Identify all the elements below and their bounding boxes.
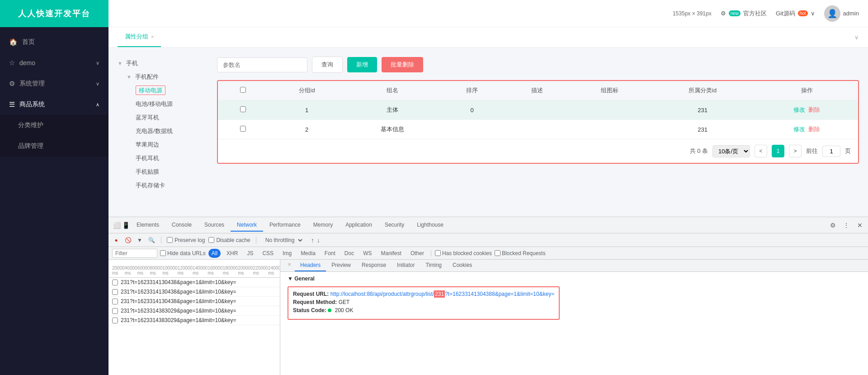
devtools-tab-sources[interactable]: Sources bbox=[198, 219, 231, 232]
tree-node-earphone[interactable]: 手机耳机 bbox=[136, 152, 208, 165]
tree-node-charger[interactable]: 充电器/数据线 bbox=[136, 124, 208, 138]
close-tab-icon[interactable]: × bbox=[151, 34, 154, 39]
subtab-preview[interactable]: Preview bbox=[326, 260, 356, 271]
disable-cache-text: Disable cache bbox=[216, 237, 250, 243]
tree-node-apple[interactable]: 苹果周边 bbox=[136, 138, 208, 152]
tree-node-phone[interactable]: ▼ 手机 bbox=[118, 57, 208, 70]
filter-btn-img[interactable]: Img bbox=[279, 249, 295, 258]
devtools-tab-network[interactable]: Network bbox=[231, 219, 263, 232]
sidebar-item-product[interactable]: ☰ 商品系统 ∧ bbox=[0, 94, 108, 115]
filter-btn-manifest[interactable]: Manifest bbox=[378, 249, 405, 258]
table-th-id: 分组id bbox=[269, 81, 345, 100]
edit-button[interactable]: 修改 bbox=[793, 126, 805, 133]
network-item-checkbox[interactable] bbox=[112, 318, 118, 323]
sidebar-item-sysadmin[interactable]: ⚙ 系统管理 ∨ bbox=[0, 73, 108, 94]
devtools-tab-application[interactable]: Application bbox=[339, 219, 378, 232]
per-page-select[interactable]: 10条/页 bbox=[712, 145, 750, 157]
topbar-git[interactable]: Git源码 hot ∨ bbox=[776, 9, 815, 18]
export-icon[interactable]: ↓ bbox=[317, 237, 320, 244]
network-list-item[interactable]: 231?t=1623314383029&page=1&limit=10&key= bbox=[108, 306, 280, 316]
import-icon[interactable]: ↑ bbox=[311, 237, 314, 244]
filter-btn-xhr[interactable]: XHR bbox=[223, 249, 241, 258]
delete-button[interactable]: 删除 bbox=[808, 126, 820, 133]
tree-node-film[interactable]: 手机贴膜 bbox=[136, 165, 208, 179]
filter-btn-font[interactable]: Font bbox=[321, 249, 339, 258]
hide-data-urls-checkbox[interactable] bbox=[160, 250, 166, 256]
network-list-item[interactable]: 231?t=1623314130438&page=1&limit=10&key= bbox=[108, 297, 280, 306]
devtools-device-icon[interactable]: 📱 bbox=[121, 221, 130, 230]
devtools-tab-console[interactable]: Console bbox=[165, 219, 198, 232]
devtools-tab-performance[interactable]: Performance bbox=[263, 219, 307, 232]
row-checkbox[interactable] bbox=[240, 106, 246, 112]
network-list-item[interactable]: 231?t=1623314383029&page=1&limit=10&key= bbox=[108, 316, 280, 325]
devtools-tab-elements[interactable]: Elements bbox=[130, 219, 165, 232]
sidebar-item-home[interactable]: 🏠 首页 bbox=[0, 32, 108, 52]
filter-btn-css[interactable]: CSS bbox=[259, 249, 277, 258]
tree-node-battery[interactable]: 电池/移动电源 bbox=[136, 97, 208, 111]
tree-node-powerbank[interactable]: 移动电源 bbox=[136, 84, 208, 97]
request-details-content: ▼ General Request URL: http://localhost:… bbox=[280, 272, 868, 323]
subtab-initiator[interactable]: Initiator bbox=[392, 260, 420, 271]
network-item-checkbox[interactable] bbox=[112, 289, 118, 295]
separator2 bbox=[256, 237, 256, 244]
clear-button[interactable]: 🚫 bbox=[124, 236, 132, 244]
tree-node-accessories[interactable]: ▼ 手机配件 bbox=[127, 70, 208, 84]
tab-collapse-icon[interactable]: ∨ bbox=[854, 34, 859, 41]
throttle-select[interactable]: No throttling bbox=[262, 236, 304, 245]
sidebar-item-brand[interactable]: 品牌管理 bbox=[0, 136, 108, 157]
prev-page-button[interactable]: < bbox=[755, 145, 767, 157]
topbar-avatar-area[interactable]: 👤 admin bbox=[824, 5, 859, 22]
delete-button[interactable]: 删除 bbox=[808, 106, 820, 113]
subtab-response[interactable]: Response bbox=[356, 260, 392, 271]
filter-icon[interactable]: ▼ bbox=[136, 236, 144, 244]
record-button[interactable]: ● bbox=[112, 236, 120, 244]
subtab-headers[interactable]: Headers bbox=[295, 260, 326, 271]
devtools-inspect-icon[interactable]: ⬜ bbox=[112, 221, 121, 230]
filter-btn-other[interactable]: Other bbox=[407, 249, 427, 258]
next-page-button[interactable]: > bbox=[789, 145, 802, 157]
devtools-tab-security[interactable]: Security bbox=[378, 219, 410, 232]
filter-btn-ws[interactable]: WS bbox=[360, 249, 375, 258]
tab-attrgroup[interactable]: 属性分组 × bbox=[118, 27, 161, 47]
network-item-checkbox[interactable] bbox=[112, 299, 118, 304]
has-blocked-checkbox[interactable] bbox=[435, 250, 441, 256]
blocked-requests-label: Blocked Requests bbox=[495, 250, 546, 256]
topbar-settings[interactable]: ⚙ new 官方社区 bbox=[721, 9, 767, 18]
search-input[interactable] bbox=[217, 57, 307, 72]
table-th-name: 组名 bbox=[345, 81, 439, 100]
network-list-item[interactable]: 231?t=1623314130438&page=1&limit=10&key= bbox=[108, 278, 280, 287]
devtools-settings-icon[interactable]: ⚙ bbox=[828, 221, 837, 230]
subtab-close-icon[interactable]: ✕ bbox=[284, 260, 295, 271]
disable-cache-checkbox[interactable] bbox=[208, 237, 214, 243]
devtools-more-icon[interactable]: ⋮ bbox=[842, 221, 851, 230]
add-button[interactable]: 新增 bbox=[347, 57, 377, 72]
tree-node-bluetooth[interactable]: 蓝牙耳机 bbox=[136, 111, 208, 124]
tree-node-label: 苹果周边 bbox=[136, 141, 159, 148]
filter-btn-media[interactable]: Media bbox=[297, 249, 319, 258]
devtools-tab-lighthouse[interactable]: Lighthouse bbox=[410, 219, 450, 232]
page-goto-input[interactable] bbox=[822, 146, 840, 157]
devtools-close-icon[interactable]: ✕ bbox=[855, 221, 864, 230]
batch-delete-button[interactable]: 批量删除 bbox=[382, 57, 423, 72]
preserve-log-checkbox[interactable] bbox=[167, 237, 173, 243]
tree-node-sdcard[interactable]: 手机存储卡 bbox=[136, 179, 208, 192]
select-all-checkbox[interactable] bbox=[240, 87, 246, 93]
subtab-timing[interactable]: Timing bbox=[420, 260, 447, 271]
filter-input[interactable] bbox=[112, 249, 157, 258]
current-page[interactable]: 1 bbox=[772, 145, 784, 157]
sidebar-item-category[interactable]: 分类维护 bbox=[0, 115, 108, 136]
filter-btn-all[interactable]: All bbox=[208, 249, 221, 258]
subtab-cookies[interactable]: Cookies bbox=[447, 260, 477, 271]
search-icon[interactable]: 🔍 bbox=[147, 236, 156, 244]
query-button[interactable]: 查询 bbox=[312, 57, 343, 73]
row-checkbox[interactable] bbox=[240, 126, 246, 132]
network-list-item[interactable]: 231?t=1623314130438&page=1&limit=10&key= bbox=[108, 287, 280, 297]
blocked-requests-checkbox[interactable] bbox=[495, 250, 500, 256]
devtools-tab-memory[interactable]: Memory bbox=[307, 219, 339, 232]
filter-btn-doc[interactable]: Doc bbox=[341, 249, 357, 258]
edit-button[interactable]: 修改 bbox=[793, 106, 805, 113]
sidebar-item-demo[interactable]: ☆ demo ∨ bbox=[0, 52, 108, 73]
network-item-checkbox[interactable] bbox=[112, 280, 118, 285]
filter-btn-js[interactable]: JS bbox=[244, 249, 256, 258]
network-item-checkbox[interactable] bbox=[112, 308, 118, 314]
